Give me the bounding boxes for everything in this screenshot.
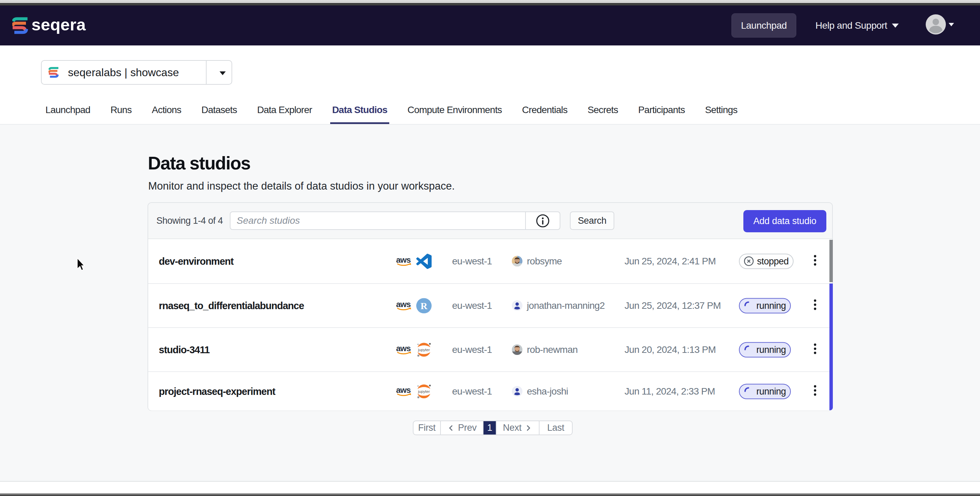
pagination: First Prev 1 Next Last	[413, 421, 573, 435]
footer-divider	[0, 481, 980, 482]
chevron-left-icon	[447, 424, 455, 432]
help-label: Help and Support	[815, 20, 887, 31]
jupyter-wordmark: jupyter	[418, 348, 430, 351]
spinner-icon	[744, 301, 753, 311]
launchpad-button[interactable]: Launchpad	[732, 13, 796, 38]
table-row-rnaseq-to-differentialabundance[interactable]: rnaseq_to_differentialabundance aws R	[148, 283, 832, 327]
user-menu[interactable]	[926, 14, 954, 35]
tab-settings[interactable]: Settings	[705, 96, 738, 124]
pagination-next-label: Next	[503, 423, 522, 433]
search-button[interactable]: Search	[570, 211, 614, 230]
pagination-prev[interactable]: Prev	[440, 421, 483, 434]
window-bottom-edge	[0, 493, 980, 496]
user-cell: robsyme	[512, 256, 562, 267]
user-avatar-icon	[512, 386, 522, 397]
table-row-project-rnaseq-experiment[interactable]: project-rnaseq-experiment aws jupyter	[148, 371, 832, 411]
chevron-down-icon	[892, 24, 899, 28]
aws-wordmark: aws	[396, 344, 411, 353]
jupyter-icon: jupyter	[416, 384, 432, 399]
studio-name[interactable]: project-rnaseq-experiment	[159, 386, 275, 397]
studio-name[interactable]: rnaseq_to_differentialabundance	[159, 300, 304, 311]
tab-actions[interactable]: Actions	[152, 96, 181, 124]
status-badge-running: running	[739, 298, 791, 313]
tab-label: Participants	[638, 105, 685, 115]
user-avatar-icon	[512, 300, 522, 311]
user-cell: jonathan-manning2	[512, 300, 605, 311]
table-row-studio-3411[interactable]: studio-3411 aws jupyter	[148, 327, 832, 371]
aws-wordmark: aws	[396, 255, 411, 265]
studio-name[interactable]: dev-environment	[159, 255, 234, 267]
status-label: running	[756, 300, 786, 311]
status-cell: running	[739, 384, 791, 399]
aws-wordmark: aws	[396, 300, 411, 309]
tab-label: Credentials	[522, 105, 568, 115]
browser-chrome-divider	[0, 3, 980, 5]
tab-data-explorer[interactable]: Data Explorer	[257, 96, 312, 124]
jupyter-wordmark: jupyter	[418, 389, 430, 393]
row-actions-kebab[interactable]	[810, 384, 820, 398]
workspace-tabs: Launchpad Runs Actions Datasets Data Exp…	[0, 96, 980, 125]
pagination-last[interactable]: Last	[539, 421, 572, 434]
user-name: esha-joshi	[527, 386, 568, 397]
tab-label: Datasets	[202, 105, 237, 115]
seqera-logo-icon	[12, 17, 28, 34]
pagination-current-page[interactable]: 1	[483, 421, 496, 434]
divider	[206, 61, 207, 84]
spinner-icon	[744, 387, 753, 396]
tab-participants[interactable]: Participants	[638, 96, 685, 124]
user-name: jonathan-manning2	[527, 300, 605, 311]
chevron-right-icon	[524, 424, 532, 432]
tab-runs[interactable]: Runs	[110, 96, 132, 124]
scrollbar-track	[829, 284, 833, 410]
scrollbar-thumb[interactable]	[829, 240, 833, 282]
status-badge-stopped: stopped	[739, 254, 794, 269]
tab-label: Data Studios	[332, 105, 388, 115]
pagination-next[interactable]: Next	[496, 421, 539, 434]
tab-compute-environments[interactable]: Compute Environments	[407, 96, 502, 124]
region: eu-west-1	[452, 386, 492, 397]
aws-icon: aws	[396, 386, 412, 397]
pagination-first[interactable]: First	[414, 421, 440, 434]
seqera-brand[interactable]: seqera	[12, 5, 86, 45]
status-cell: running	[739, 298, 791, 313]
help-and-support-menu[interactable]: Help and Support	[815, 5, 899, 45]
row-actions-kebab[interactable]	[810, 255, 820, 268]
tab-label: Secrets	[588, 105, 618, 115]
created-date: Jun 11, 2024, 2:33 PM	[625, 386, 715, 397]
workspace-dropdown-caret[interactable]	[220, 72, 226, 75]
aws-wordmark: aws	[396, 386, 411, 394]
tab-launchpad[interactable]: Launchpad	[45, 96, 90, 124]
row-actions-kebab[interactable]	[810, 343, 820, 357]
user-name: rob-newman	[527, 344, 578, 355]
tab-label: Runs	[110, 105, 132, 115]
vscode-icon	[416, 254, 432, 269]
search-info-button[interactable]	[525, 212, 560, 229]
tab-datasets[interactable]: Datasets	[202, 96, 237, 124]
user-name: robsyme	[527, 256, 562, 267]
data-studios-card: Showing 1-4 of 4 Search Add data studio	[148, 202, 833, 411]
search-group	[230, 211, 560, 230]
add-data-studio-button[interactable]: Add data studio	[743, 210, 826, 232]
aws-icon: aws	[396, 300, 412, 311]
tab-secrets[interactable]: Secrets	[588, 96, 618, 124]
status-label: stopped	[757, 256, 789, 266]
studios-table: dev-environment aws eu-west-1	[148, 239, 832, 411]
tab-label: Settings	[705, 105, 738, 115]
studio-name[interactable]: studio-3411	[159, 344, 210, 355]
workspace-selector[interactable]: seqeralabs | showcase	[41, 60, 232, 85]
table-scrollbar[interactable]	[829, 240, 833, 411]
tab-credentials[interactable]: Credentials	[522, 96, 568, 124]
table-row-dev-environment[interactable]: dev-environment aws eu-west-1	[148, 239, 832, 283]
showing-count: Showing 1-4 of 4	[156, 203, 223, 238]
status-label: running	[756, 344, 786, 355]
aws-icon: aws	[396, 255, 412, 267]
row-actions-kebab[interactable]	[810, 299, 820, 313]
rstudio-icon: R	[416, 298, 432, 313]
region: eu-west-1	[452, 256, 492, 267]
mouse-cursor	[77, 258, 85, 271]
search-input[interactable]	[231, 212, 525, 229]
user-avatar-photo	[512, 344, 522, 355]
brand-wordmark: seqera	[32, 15, 86, 36]
tab-data-studios[interactable]: Data Studios	[332, 96, 388, 124]
stopped-icon	[744, 256, 754, 266]
